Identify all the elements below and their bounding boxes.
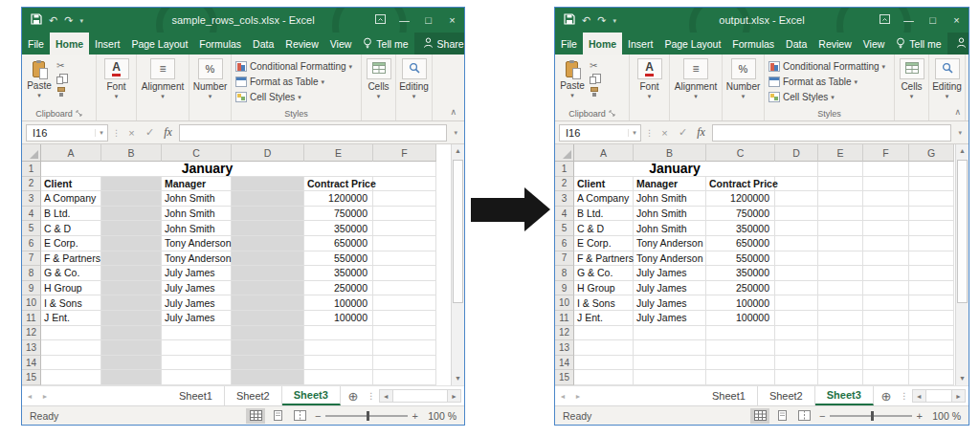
cells-button[interactable] <box>367 58 391 79</box>
cell-A7[interactable]: F & Partners <box>574 251 634 267</box>
add-sheet-button[interactable]: ⊕ <box>874 386 899 405</box>
maximize-button[interactable]: □ <box>416 8 440 33</box>
cell-B14[interactable] <box>101 356 162 371</box>
menu-tab-data[interactable]: Data <box>780 33 813 55</box>
cell-A10[interactable]: I & Sons <box>574 295 634 311</box>
cell-E3[interactable] <box>818 191 863 207</box>
row-header-9[interactable]: 9 <box>22 281 41 296</box>
cell-E5[interactable] <box>818 221 863 236</box>
cell-F8[interactable] <box>863 266 909 281</box>
cell-C4[interactable]: 750000 <box>706 207 775 222</box>
chevron-down-icon[interactable]: ▾ <box>648 93 652 99</box>
name-box[interactable]: I16 ▾ <box>559 124 641 142</box>
cell-A6[interactable]: E Corp. <box>574 236 634 251</box>
cell-B2[interactable]: Manager <box>634 177 706 192</box>
cell-D5[interactable] <box>775 221 818 236</box>
cell-C5[interactable]: 350000 <box>706 221 775 236</box>
cell-B12[interactable] <box>634 326 706 341</box>
copy-icon[interactable] <box>590 74 600 84</box>
cell-E13[interactable] <box>304 340 373 356</box>
cell-A13[interactable] <box>574 340 634 356</box>
cell-D14[interactable] <box>232 356 304 371</box>
cell-C2[interactable]: Manager <box>162 177 232 192</box>
vertical-scroll-thumb[interactable] <box>453 160 463 303</box>
paste-button[interactable]: Paste ▾ <box>555 58 590 98</box>
cell-B11[interactable]: July James <box>634 311 706 326</box>
page-break-view-button[interactable] <box>794 408 813 424</box>
cancel-icon[interactable]: × <box>124 127 139 139</box>
format-painter-icon[interactable] <box>590 87 600 97</box>
row-header-1[interactable]: 1 <box>555 162 574 177</box>
cell-C9[interactable]: 250000 <box>706 281 775 296</box>
cell-A1-merged[interactable]: January <box>574 162 775 177</box>
column-header-F[interactable]: F <box>373 144 436 162</box>
cell-A12[interactable] <box>41 326 101 341</box>
maximize-button[interactable]: □ <box>921 8 945 33</box>
cell-G13[interactable] <box>909 340 954 356</box>
cell-D13[interactable] <box>232 340 304 356</box>
sheet-tab-sheet2[interactable]: Sheet2 <box>758 386 815 405</box>
cell-E8[interactable]: 350000 <box>304 266 373 281</box>
cell-B2[interactable] <box>101 177 162 192</box>
column-header-A[interactable]: A <box>574 144 634 162</box>
row-header-8[interactable]: 8 <box>555 266 574 281</box>
cell-C6[interactable]: 650000 <box>706 236 775 251</box>
menu-tab-view[interactable]: View <box>858 33 891 55</box>
horizontal-scrollbar[interactable]: ◄ ► <box>379 389 461 403</box>
cell-C4[interactable]: John Smith <box>162 207 232 222</box>
cell-G12[interactable] <box>909 326 954 341</box>
cell-D10[interactable] <box>775 295 818 311</box>
cell-D6[interactable] <box>775 236 818 251</box>
cell-A15[interactable] <box>574 370 634 385</box>
font-button[interactable]: A <box>637 58 662 79</box>
cell-D7[interactable] <box>775 251 818 267</box>
cell-G4[interactable] <box>909 207 954 222</box>
sheet-nav-right-icon[interactable]: ► <box>570 386 586 405</box>
qat-customize-icon[interactable]: ▾ <box>79 17 83 24</box>
row-header-14[interactable]: 14 <box>555 356 574 371</box>
cell-F6[interactable] <box>373 236 436 251</box>
cell-B3[interactable]: John Smith <box>634 191 706 207</box>
chevron-down-icon[interactable]: ▾ <box>628 129 640 137</box>
cell-F11[interactable] <box>373 311 436 326</box>
cell-D9[interactable] <box>775 281 818 296</box>
row-header-4[interactable]: 4 <box>22 207 41 222</box>
cell-A14[interactable] <box>41 356 101 371</box>
cell-F10[interactable] <box>373 295 436 311</box>
sheet-nav-left-icon[interactable]: ◄ <box>22 386 37 405</box>
cell-A14[interactable] <box>574 356 634 371</box>
conditional-formatting-button[interactable]: Conditional Formatting ▾ <box>768 58 885 74</box>
page-break-view-button[interactable] <box>290 408 309 424</box>
cell-F7[interactable] <box>373 251 436 267</box>
enter-icon[interactable]: ✓ <box>676 126 690 139</box>
cell-E6[interactable] <box>818 236 863 251</box>
cell-B4[interactable] <box>101 207 162 222</box>
cell-styles-button[interactable]: Cell Styles ▾ <box>235 89 301 104</box>
menu-tab-view[interactable]: View <box>324 33 358 55</box>
save-icon[interactable] <box>564 13 575 27</box>
cell-G1[interactable] <box>909 162 954 177</box>
row-header-3[interactable]: 3 <box>22 191 41 207</box>
cell-C11[interactable]: 100000 <box>706 311 775 326</box>
chevron-down-icon[interactable]: ▾ <box>910 93 914 99</box>
undo-icon[interactable]: ↶ <box>49 15 57 26</box>
cell-E6[interactable]: 650000 <box>304 236 373 251</box>
cell-D10[interactable] <box>232 295 304 311</box>
cell-D15[interactable] <box>775 370 818 385</box>
cell-B7[interactable]: Tony Anderson <box>634 251 706 267</box>
cell-D13[interactable] <box>775 340 818 356</box>
cell-A2[interactable]: Client <box>574 177 634 192</box>
cut-icon[interactable]: ✂ <box>56 61 64 71</box>
cell-A3[interactable]: A Company <box>574 191 634 207</box>
cell-E7[interactable]: 550000 <box>304 251 373 267</box>
editing-button[interactable] <box>935 58 960 79</box>
page-layout-view-button[interactable] <box>268 408 287 424</box>
share-button[interactable]: Share <box>947 33 969 55</box>
redo-icon[interactable]: ↷ <box>64 15 73 26</box>
vertical-scrollbar[interactable]: ▲▼ <box>451 144 464 385</box>
cell-F2[interactable] <box>373 177 436 192</box>
row-header-7[interactable]: 7 <box>22 251 41 267</box>
cell-D2[interactable] <box>775 177 818 192</box>
cell-A9[interactable]: H Group <box>574 281 634 296</box>
row-header-5[interactable]: 5 <box>555 221 574 236</box>
